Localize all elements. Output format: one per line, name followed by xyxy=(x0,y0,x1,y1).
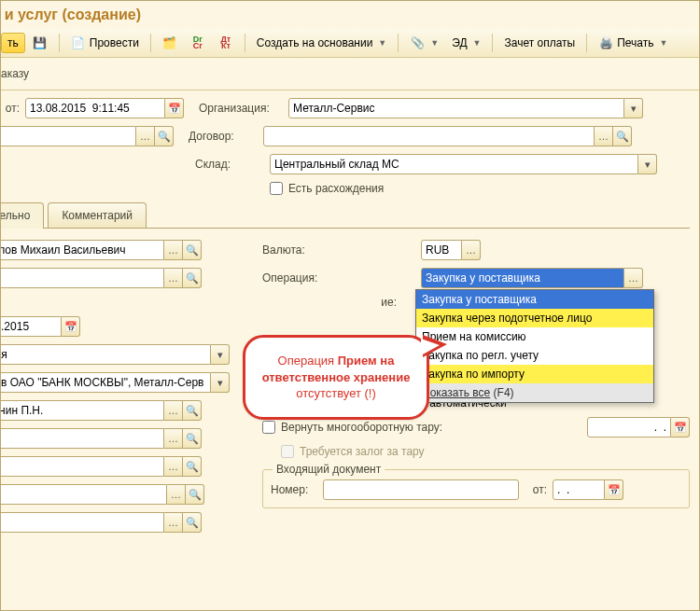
callout: Операция Прием на ответственное хранение… xyxy=(243,335,429,420)
search-icon[interactable]: 🔍 xyxy=(183,240,202,260)
number-label: Номер: xyxy=(271,483,317,496)
ellipsis-icon[interactable]: … xyxy=(164,240,183,260)
tare-date-input[interactable] xyxy=(587,417,671,437)
search-icon[interactable]: 🔍 xyxy=(155,126,174,146)
print-icon: 🖨️ xyxy=(598,35,613,50)
dropdown-icon[interactable]: ▾ xyxy=(624,98,643,118)
order-link[interactable]: аказу xyxy=(1,67,29,80)
dropdown-show-all[interactable]: Показать все (F4) xyxy=(416,383,653,402)
attachments-button[interactable]: 📎▼ xyxy=(404,33,444,53)
tab-additional[interactable]: Дополнительно xyxy=(0,202,44,228)
chevron-down-icon: ▼ xyxy=(473,38,482,48)
dropdown-item[interactable]: Закупка по импорту xyxy=(416,365,653,383)
discrepancy-checkbox[interactable]: Есть расхождения xyxy=(270,182,384,195)
incoming-doc-legend: Входящий документ xyxy=(273,463,385,476)
ed-button[interactable]: ЭД▼ xyxy=(446,34,486,52)
from-label: от: xyxy=(0,102,20,115)
ellipsis-icon[interactable]: … xyxy=(462,240,481,260)
search-icon[interactable]: 🔍 xyxy=(183,512,202,533)
extra2-input[interactable] xyxy=(0,456,164,477)
page-title: ров и услуг (создание) xyxy=(0,7,699,23)
org-label: Организация: xyxy=(199,102,283,115)
payment-offset-button[interactable]: Зачет оплаты xyxy=(498,34,581,52)
toolbar: ть 💾 📄Провести 🗂️ DrCr ДтКт Создать на о… xyxy=(0,29,699,58)
currency-input[interactable] xyxy=(421,240,462,260)
doc-date-input[interactable] xyxy=(553,479,605,500)
ellipsis-icon[interactable]: … xyxy=(167,484,186,505)
bank-account-input[interactable] xyxy=(0,372,211,393)
ellipsis-icon[interactable]: … xyxy=(164,512,183,533)
dropdown-item[interactable]: Закупка через подотчетное лицо xyxy=(416,309,653,327)
operation-dropdown[interactable]: Закупка у поставщика Закупка через подот… xyxy=(415,289,654,403)
manager-input[interactable] xyxy=(0,240,164,260)
dtkt-button[interactable]: ДтКт xyxy=(213,33,239,53)
department-input[interactable] xyxy=(0,268,164,288)
calendar-icon[interactable]: 📅 xyxy=(165,98,184,118)
require-deposit-checkbox: Требуется залог за тару xyxy=(281,445,425,458)
dropdown-item[interactable]: Закупка по регл. учету xyxy=(416,346,653,365)
search-icon[interactable]: 🔍 xyxy=(183,428,202,449)
ellipsis-icon[interactable]: … xyxy=(164,428,183,449)
currency-label: Валюта: xyxy=(262,243,337,257)
search-icon[interactable]: 🔍 xyxy=(183,268,202,288)
chevron-down-icon: ▼ xyxy=(378,38,386,48)
dropdown-icon[interactable]: ▾ xyxy=(638,154,657,174)
warehouse-label: Склад: xyxy=(195,158,264,171)
ellipsis-icon[interactable]: … xyxy=(624,268,643,288)
contract-input[interactable] xyxy=(263,126,595,146)
structure-icon: 🗂️ xyxy=(162,35,177,50)
date2-input[interactable] xyxy=(0,316,62,337)
dropdown-icon[interactable]: ▾ xyxy=(211,372,230,393)
attachments-icon: 📎 xyxy=(410,35,425,50)
date-input[interactable] xyxy=(25,98,165,118)
search-icon[interactable]: 🔍 xyxy=(613,126,632,146)
operation-input[interactable] xyxy=(421,268,624,288)
search-icon[interactable]: 🔍 xyxy=(183,456,202,477)
calendar-icon[interactable]: 📅 xyxy=(62,316,80,337)
ellipsis-icon[interactable]: … xyxy=(164,400,183,421)
record-close-button[interactable]: ть xyxy=(1,33,25,53)
dropdown-icon[interactable]: ▾ xyxy=(211,344,230,365)
drcr-button[interactable]: DrCr xyxy=(185,33,211,53)
ellipsis-icon[interactable]: … xyxy=(164,268,183,288)
calendar-icon[interactable]: 📅 xyxy=(605,479,623,500)
save-button[interactable]: 💾 xyxy=(27,33,53,53)
calendar-icon[interactable]: 📅 xyxy=(671,417,690,437)
create-based-on-button[interactable]: Создать на основании▼ xyxy=(251,34,392,52)
dropdown-item[interactable]: Закупка у поставщика xyxy=(416,290,653,309)
search-icon[interactable]: 🔍 xyxy=(183,400,202,421)
from-label-2: от: xyxy=(525,483,547,496)
structure-button[interactable]: 🗂️ xyxy=(157,33,183,53)
organization-input[interactable] xyxy=(288,98,624,118)
contact-input[interactable] xyxy=(0,400,164,421)
post-icon: 📄 xyxy=(71,35,86,50)
consumer-input[interactable] xyxy=(0,484,167,505)
save-icon: 💾 xyxy=(33,35,48,50)
contract-label: Договор: xyxy=(189,130,258,143)
warehouse-input[interactable] xyxy=(270,154,638,174)
dtkt-icon: ДтКт xyxy=(218,35,233,50)
operation-label: Операция: xyxy=(262,271,337,285)
tax-label: ие: xyxy=(369,296,397,309)
doc-number-input[interactable] xyxy=(323,479,519,500)
extra3-input[interactable] xyxy=(0,512,164,533)
tab-comment[interactable]: Комментарий xyxy=(48,202,147,228)
post-button[interactable]: 📄Провести xyxy=(65,33,145,53)
dropdown-item[interactable]: Прием на комиссию xyxy=(416,327,653,346)
return-tare-checkbox[interactable]: Вернуть многооборотную тару: xyxy=(262,421,442,434)
counterparty-input[interactable] xyxy=(0,126,136,146)
search-icon[interactable]: 🔍 xyxy=(186,484,204,505)
print-button[interactable]: 🖨️Печать▼ xyxy=(593,33,673,53)
chevron-down-icon: ▼ xyxy=(430,38,439,48)
chevron-down-icon: ▼ xyxy=(660,38,668,48)
drcr-icon: DrCr xyxy=(190,35,205,50)
extra1-input[interactable] xyxy=(0,428,164,449)
ellipsis-icon[interactable]: … xyxy=(164,456,183,477)
ellipsis-icon[interactable]: … xyxy=(595,126,613,146)
any-input[interactable] xyxy=(0,344,211,365)
ellipsis-icon[interactable]: … xyxy=(136,126,155,146)
